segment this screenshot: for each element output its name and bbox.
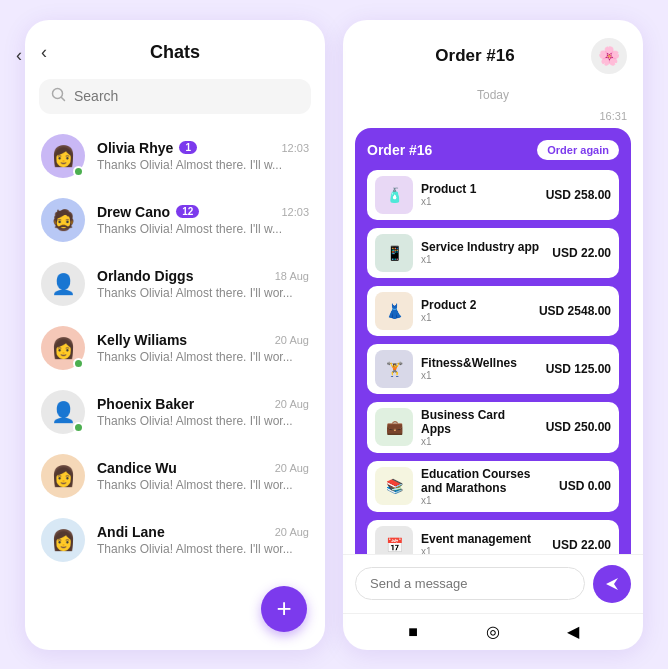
order-item-image: 💼 <box>375 408 413 446</box>
order-item-image: 🏋️ <box>375 350 413 388</box>
order-item-price: USD 2548.00 <box>539 304 611 318</box>
avatar-emoji: 👤 <box>51 272 76 296</box>
chat-body: 16:31 Order #16 Order again 🧴 Product 1 … <box>343 110 643 554</box>
avatar-wrap: 👩 <box>41 326 85 370</box>
order-bubble-header: Order #16 Order again <box>367 140 619 160</box>
order-item-qty: x1 <box>421 495 551 506</box>
avatar-wrap: 👤 <box>41 390 85 434</box>
avatar: 🌸 <box>591 38 627 74</box>
chat-preview: Thanks Olivia! Almost there. I'll wor... <box>97 286 309 300</box>
chat-info: Phoenix Baker 20 Aug Thanks Olivia! Almo… <box>97 396 309 428</box>
list-item[interactable]: 👩 Andi Lane 20 Aug Thanks Olivia! Almost… <box>25 508 325 572</box>
order-item-name: Education Courses and Marathons <box>421 467 551 495</box>
order-item-qty: x1 <box>421 254 544 265</box>
chat-name-row: Phoenix Baker 20 Aug <box>97 396 309 412</box>
avatar-wrap: 👤 <box>41 262 85 306</box>
order-item-image: 👗 <box>375 292 413 330</box>
table-row: 👗 Product 2 x1 USD 2548.00 <box>367 286 619 336</box>
unread-badge: 1 <box>179 141 197 154</box>
order-chat-panel: ‹ Order #16 🌸 Today 16:31 Order #16 Orde… <box>343 20 643 650</box>
stop-icon[interactable]: ■ <box>403 622 423 642</box>
order-bubble-title: Order #16 <box>367 142 432 158</box>
chat-preview: Thanks Olivia! Almost there. I'll wor... <box>97 414 309 428</box>
chat-name: Phoenix Baker <box>97 396 194 412</box>
avatar-emoji: 👩 <box>51 464 76 488</box>
order-item-image: 📚 <box>375 467 413 505</box>
avatar: 👩 <box>41 454 85 498</box>
chat-name-row: Orlando Diggs 18 Aug <box>97 268 309 284</box>
search-bar <box>39 79 311 114</box>
chat-info: Kelly Wiliams 20 Aug Thanks Olivia! Almo… <box>97 332 309 364</box>
list-item[interactable]: 🧔 Drew Cano 12 12:03 Thanks Olivia! Almo… <box>25 188 325 252</box>
chat-preview: Thanks Olivia! Almost there. I'll wor... <box>97 542 309 556</box>
order-item-details: Service Industry app x1 <box>421 240 544 265</box>
order-item-name: Business Card Apps <box>421 408 538 436</box>
chat-name-row: Andi Lane 20 Aug <box>97 524 309 540</box>
chat-info: Andi Lane 20 Aug Thanks Olivia! Almost t… <box>97 524 309 556</box>
table-row: 💼 Business Card Apps x1 USD 250.00 <box>367 402 619 453</box>
chat-info: Candice Wu 20 Aug Thanks Olivia! Almost … <box>97 460 309 492</box>
back-icon[interactable]: ◀ <box>563 622 583 642</box>
list-item[interactable]: 👩 Candice Wu 20 Aug Thanks Olivia! Almos… <box>25 444 325 508</box>
avatar-emoji: 👩 <box>51 144 76 168</box>
order-item-qty: x1 <box>421 546 544 554</box>
avatar-wrap: 👩 <box>41 518 85 562</box>
list-item[interactable]: 👤 Orlando Diggs 18 Aug Thanks Olivia! Al… <box>25 252 325 316</box>
order-item-price: USD 125.00 <box>546 362 611 376</box>
chat-name: Kelly Wiliams <box>97 332 187 348</box>
chat-info: Olivia Rhye 1 12:03 Thanks Olivia! Almos… <box>97 140 309 172</box>
table-row: 📅 Event management x1 USD 22.00 <box>367 520 619 554</box>
back-button[interactable]: ‹ <box>41 42 47 63</box>
avatar-wrap: 👩 <box>41 134 85 178</box>
order-item-qty: x1 <box>421 436 538 447</box>
chat-name: Drew Cano 12 <box>97 204 199 220</box>
order-again-button[interactable]: Order again <box>537 140 619 160</box>
message-input-row <box>343 554 643 613</box>
chat-time: 12:03 <box>281 206 309 218</box>
chat-info: Orlando Diggs 18 Aug Thanks Olivia! Almo… <box>97 268 309 300</box>
chat-time: 12:03 <box>281 142 309 154</box>
chat-preview: Thanks Olivia! Almost there. I'll w... <box>97 222 309 236</box>
chat-name: Andi Lane <box>97 524 165 540</box>
chat-time: 18 Aug <box>275 270 309 282</box>
order-item-price: USD 22.00 <box>552 538 611 552</box>
search-input[interactable] <box>74 88 299 104</box>
list-item[interactable]: 👩 Kelly Wiliams 20 Aug Thanks Olivia! Al… <box>25 316 325 380</box>
order-item-qty: x1 <box>421 312 531 323</box>
avatar: 👤 <box>41 262 85 306</box>
order-item-name: Service Industry app <box>421 240 544 254</box>
chat-name-row: Kelly Wiliams 20 Aug <box>97 332 309 348</box>
today-label: Today <box>343 88 643 102</box>
list-item[interactable]: 👤 Phoenix Baker 20 Aug Thanks Olivia! Al… <box>25 380 325 444</box>
chat-time: 20 Aug <box>275 462 309 474</box>
right-header: ‹ Order #16 🌸 <box>343 20 643 84</box>
order-item-price: USD 250.00 <box>546 420 611 434</box>
left-header: ‹ Chats <box>25 20 325 69</box>
message-input[interactable] <box>355 567 585 600</box>
chat-name-row: Olivia Rhye 1 12:03 <box>97 140 309 156</box>
home-icon[interactable]: ◎ <box>483 622 503 642</box>
order-item-details: Event management x1 <box>421 532 544 554</box>
chat-name: Candice Wu <box>97 460 177 476</box>
bottom-nav: ■ ◎ ◀ <box>343 613 643 650</box>
avatar-wrap: 🧔 <box>41 198 85 242</box>
order-item-details: Product 2 x1 <box>421 298 531 323</box>
order-item-qty: x1 <box>421 196 538 207</box>
avatar-emoji: 🧔 <box>51 208 76 232</box>
order-item-name: Product 2 <box>421 298 531 312</box>
table-row: 📚 Education Courses and Marathons x1 USD… <box>367 461 619 512</box>
order-item-image: 📅 <box>375 526 413 554</box>
table-row: 🏋️ Fitness&Wellnes x1 USD 125.00 <box>367 344 619 394</box>
chat-name: Olivia Rhye 1 <box>97 140 197 156</box>
order-item-details: Education Courses and Marathons x1 <box>421 467 551 506</box>
avatar-wrap: 👩 <box>41 454 85 498</box>
online-indicator <box>73 422 84 433</box>
search-icon <box>51 87 66 106</box>
online-indicator <box>73 166 84 177</box>
list-item[interactable]: 👩 Olivia Rhye 1 12:03 Thanks Olivia! Alm… <box>25 124 325 188</box>
new-chat-button[interactable]: + <box>261 586 307 632</box>
order-bubble: Order #16 Order again 🧴 Product 1 x1 USD… <box>355 128 631 554</box>
order-item-details: Business Card Apps x1 <box>421 408 538 447</box>
chat-info: Drew Cano 12 12:03 Thanks Olivia! Almost… <box>97 204 309 236</box>
send-button[interactable] <box>593 565 631 603</box>
